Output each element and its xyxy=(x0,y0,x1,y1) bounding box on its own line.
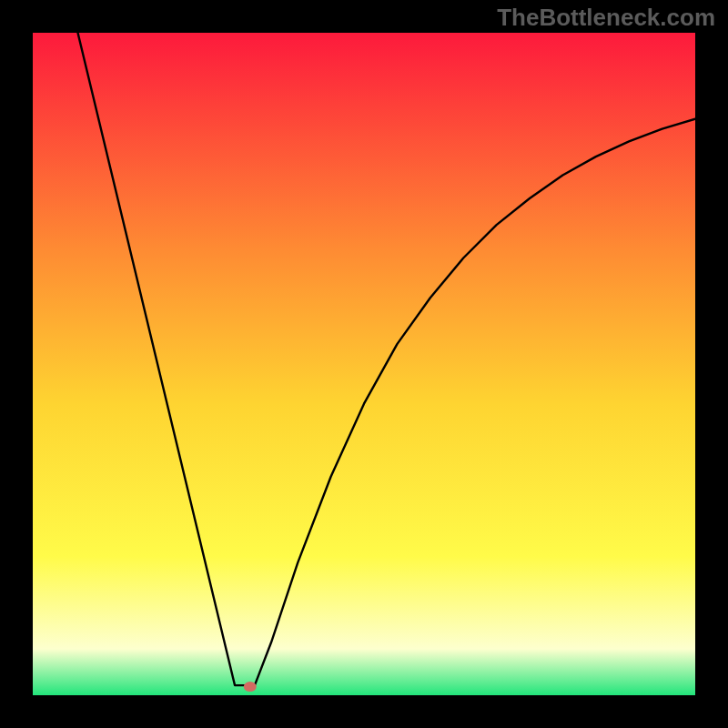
plot-svg xyxy=(33,33,695,695)
watermark-text: TheBottleneck.com xyxy=(497,4,715,32)
gradient-background xyxy=(33,33,695,695)
chart-frame: TheBottleneck.com xyxy=(0,0,728,728)
minimum-marker xyxy=(244,682,257,692)
plot-area xyxy=(33,33,695,695)
